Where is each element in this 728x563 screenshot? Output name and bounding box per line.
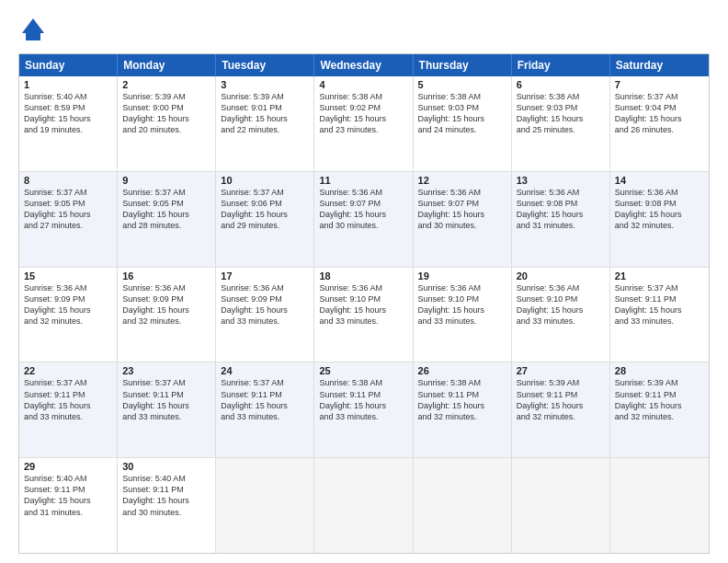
day-number: 22 [24, 365, 112, 376]
cell-info: Sunrise: 5:38 AM Sunset: 9:03 PM Dayligh… [418, 91, 506, 136]
day-number: 16 [122, 270, 210, 282]
calendar-cell: 18Sunrise: 5:36 AM Sunset: 9:10 PM Dayli… [314, 268, 413, 362]
day-number: 12 [418, 175, 506, 186]
cell-info: Sunrise: 5:37 AM Sunset: 9:11 PM Dayligh… [24, 377, 112, 422]
cell-info: Sunrise: 5:38 AM Sunset: 9:02 PM Dayligh… [319, 91, 407, 136]
day-number: 14 [615, 175, 704, 186]
logo-icon [18, 15, 48, 44]
cell-info: Sunrise: 5:36 AM Sunset: 9:09 PM Dayligh… [24, 282, 112, 327]
day-number: 11 [319, 175, 407, 186]
cell-info: Sunrise: 5:36 AM Sunset: 9:10 PM Dayligh… [517, 282, 605, 327]
cell-info: Sunrise: 5:37 AM Sunset: 9:11 PM Dayligh… [122, 377, 210, 422]
calendar-cell: 7Sunrise: 5:37 AM Sunset: 9:04 PM Daylig… [610, 76, 709, 171]
header-day: Monday [118, 54, 216, 76]
day-number: 20 [517, 270, 605, 282]
cell-info: Sunrise: 5:36 AM Sunset: 9:08 PM Dayligh… [615, 187, 704, 232]
calendar-cell [314, 458, 413, 553]
svg-marker-0 [22, 18, 44, 33]
day-number: 8 [24, 175, 112, 186]
calendar-row: 8Sunrise: 5:37 AM Sunset: 9:05 PM Daylig… [19, 171, 709, 267]
calendar-cell: 15Sunrise: 5:36 AM Sunset: 9:09 PM Dayli… [19, 268, 118, 362]
day-number: 27 [517, 365, 605, 376]
header-day: Saturday [610, 54, 709, 76]
day-number: 30 [122, 461, 210, 472]
day-number: 10 [221, 175, 309, 186]
calendar-cell: 9Sunrise: 5:37 AM Sunset: 9:05 PM Daylig… [118, 172, 216, 267]
calendar-cell [414, 458, 512, 553]
calendar-cell: 27Sunrise: 5:39 AM Sunset: 9:11 PM Dayli… [512, 362, 610, 457]
day-number: 5 [418, 79, 506, 90]
calendar-cell: 30Sunrise: 5:40 AM Sunset: 9:11 PM Dayli… [118, 458, 216, 553]
cell-info: Sunrise: 5:37 AM Sunset: 9:05 PM Dayligh… [122, 187, 210, 232]
header-day: Tuesday [216, 54, 314, 76]
calendar-cell: 16Sunrise: 5:36 AM Sunset: 9:09 PM Dayli… [118, 268, 216, 362]
calendar-cell: 28Sunrise: 5:39 AM Sunset: 9:11 PM Dayli… [610, 362, 709, 457]
calendar-body: 1Sunrise: 5:40 AM Sunset: 8:59 PM Daylig… [19, 76, 709, 553]
cell-info: Sunrise: 5:36 AM Sunset: 9:10 PM Dayligh… [319, 282, 407, 327]
cell-info: Sunrise: 5:38 AM Sunset: 9:11 PM Dayligh… [418, 377, 506, 422]
cell-info: Sunrise: 5:40 AM Sunset: 9:11 PM Dayligh… [122, 473, 210, 518]
svg-rect-1 [26, 33, 40, 40]
calendar-row: 22Sunrise: 5:37 AM Sunset: 9:11 PM Dayli… [19, 362, 709, 457]
day-number: 9 [122, 175, 210, 186]
day-number: 21 [615, 270, 704, 282]
cell-info: Sunrise: 5:38 AM Sunset: 9:11 PM Dayligh… [319, 377, 407, 422]
calendar-cell: 10Sunrise: 5:37 AM Sunset: 9:06 PM Dayli… [216, 172, 314, 267]
cell-info: Sunrise: 5:40 AM Sunset: 9:11 PM Dayligh… [24, 473, 112, 518]
calendar-cell: 24Sunrise: 5:37 AM Sunset: 9:11 PM Dayli… [216, 362, 314, 457]
cell-info: Sunrise: 5:40 AM Sunset: 8:59 PM Dayligh… [24, 91, 112, 136]
day-number: 25 [319, 365, 407, 376]
header-day: Wednesday [314, 54, 413, 76]
day-number: 26 [418, 365, 506, 376]
cell-info: Sunrise: 5:37 AM Sunset: 9:05 PM Dayligh… [24, 187, 112, 232]
cell-info: Sunrise: 5:39 AM Sunset: 9:11 PM Dayligh… [615, 377, 704, 422]
calendar-row: 1Sunrise: 5:40 AM Sunset: 8:59 PM Daylig… [19, 76, 709, 171]
calendar-cell: 21Sunrise: 5:37 AM Sunset: 9:11 PM Dayli… [610, 268, 709, 362]
cell-info: Sunrise: 5:36 AM Sunset: 9:07 PM Dayligh… [319, 187, 407, 232]
day-number: 3 [221, 79, 309, 90]
cell-info: Sunrise: 5:36 AM Sunset: 9:10 PM Dayligh… [418, 282, 506, 327]
calendar-cell: 14Sunrise: 5:36 AM Sunset: 9:08 PM Dayli… [610, 172, 709, 267]
day-number: 23 [122, 365, 210, 376]
cell-info: Sunrise: 5:37 AM Sunset: 9:11 PM Dayligh… [615, 282, 704, 327]
logo [18, 15, 53, 44]
day-number: 19 [418, 270, 506, 282]
day-number: 7 [615, 79, 704, 90]
cell-info: Sunrise: 5:36 AM Sunset: 9:09 PM Dayligh… [122, 282, 210, 327]
calendar-cell: 26Sunrise: 5:38 AM Sunset: 9:11 PM Dayli… [414, 362, 512, 457]
calendar-cell: 5Sunrise: 5:38 AM Sunset: 9:03 PM Daylig… [414, 76, 512, 171]
cell-info: Sunrise: 5:36 AM Sunset: 9:09 PM Dayligh… [221, 282, 309, 327]
calendar-cell: 22Sunrise: 5:37 AM Sunset: 9:11 PM Dayli… [19, 362, 118, 457]
calendar-cell: 20Sunrise: 5:36 AM Sunset: 9:10 PM Dayli… [512, 268, 610, 362]
cell-info: Sunrise: 5:39 AM Sunset: 9:01 PM Dayligh… [221, 91, 309, 136]
calendar-cell: 13Sunrise: 5:36 AM Sunset: 9:08 PM Dayli… [512, 172, 610, 267]
calendar-cell [610, 458, 709, 553]
calendar-cell: 17Sunrise: 5:36 AM Sunset: 9:09 PM Dayli… [216, 268, 314, 362]
day-number: 15 [24, 270, 112, 282]
calendar-cell: 2Sunrise: 5:39 AM Sunset: 9:00 PM Daylig… [118, 76, 216, 171]
day-number: 18 [319, 270, 407, 282]
day-number: 4 [319, 79, 407, 90]
cell-info: Sunrise: 5:39 AM Sunset: 9:00 PM Dayligh… [122, 91, 210, 136]
cell-info: Sunrise: 5:37 AM Sunset: 9:04 PM Dayligh… [615, 91, 704, 136]
cell-info: Sunrise: 5:38 AM Sunset: 9:03 PM Dayligh… [517, 91, 605, 136]
header-day: Thursday [414, 54, 512, 76]
calendar-cell: 12Sunrise: 5:36 AM Sunset: 9:07 PM Dayli… [414, 172, 512, 267]
day-number: 13 [517, 175, 605, 186]
day-number: 1 [24, 79, 112, 90]
calendar-cell: 11Sunrise: 5:36 AM Sunset: 9:07 PM Dayli… [314, 172, 413, 267]
calendar-cell: 4Sunrise: 5:38 AM Sunset: 9:02 PM Daylig… [314, 76, 413, 171]
cell-info: Sunrise: 5:36 AM Sunset: 9:08 PM Dayligh… [517, 187, 605, 232]
cell-info: Sunrise: 5:37 AM Sunset: 9:06 PM Dayligh… [221, 187, 309, 232]
header-day: Sunday [19, 54, 118, 76]
calendar-cell: 29Sunrise: 5:40 AM Sunset: 9:11 PM Dayli… [19, 458, 118, 553]
calendar-cell: 1Sunrise: 5:40 AM Sunset: 8:59 PM Daylig… [19, 76, 118, 171]
day-number: 2 [122, 79, 210, 90]
calendar-cell [512, 458, 610, 553]
calendar-cell: 6Sunrise: 5:38 AM Sunset: 9:03 PM Daylig… [512, 76, 610, 171]
page-header [18, 15, 710, 44]
calendar-cell: 19Sunrise: 5:36 AM Sunset: 9:10 PM Dayli… [414, 268, 512, 362]
cell-info: Sunrise: 5:36 AM Sunset: 9:07 PM Dayligh… [418, 187, 506, 232]
cell-info: Sunrise: 5:39 AM Sunset: 9:11 PM Dayligh… [517, 377, 605, 422]
calendar-cell: 3Sunrise: 5:39 AM Sunset: 9:01 PM Daylig… [216, 76, 314, 171]
